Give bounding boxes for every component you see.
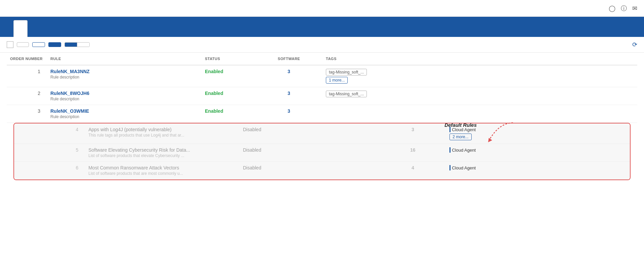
order-number: 3 (7, 105, 47, 123)
status-cell: Disabled (240, 144, 379, 162)
tags-cell: Cloud Agent (446, 144, 630, 162)
rule-name-cell: Most Common Ransomware Attack VectorsLis… (85, 162, 240, 179)
page-header (0, 17, 644, 37)
user-icon[interactable]: ◯ (609, 5, 615, 12)
rule-description: Rule description (50, 97, 79, 101)
software-count[interactable]: 3 (255, 87, 323, 105)
table-container: ORDER NUMBER RULE STATUS SOFTWARE TAGS 1… (0, 53, 644, 123)
software-count: 3 (379, 123, 446, 144)
table-row: 3RuleNK_O3WMIERule descriptionEnabled3 (7, 105, 637, 123)
software-count[interactable]: 3 (255, 65, 323, 87)
col-status: STATUS (202, 53, 255, 65)
reorder-button[interactable] (32, 42, 45, 47)
rule-description: This rule tags all products that use Log… (88, 133, 184, 138)
tags-cell: tag-Missing_soft_... (323, 87, 637, 105)
page-title (7, 17, 13, 37)
select-all-checkbox[interactable] (7, 41, 13, 48)
rule-description: List of software products that are most … (88, 171, 183, 176)
default-rules-section: Default Rules 4Apps with Log4J (potentia… (0, 123, 644, 180)
default-rules-box: 4Apps with Log4J (potentially vulnerable… (13, 123, 631, 180)
col-tags: TAGS (323, 53, 637, 65)
cloud-agent-label: Cloud Agent (452, 165, 476, 170)
order-number: 5 (14, 144, 85, 162)
order-number: 4 (14, 123, 85, 144)
rule-name-cell: RuleNK_O3WMIERule description (47, 105, 202, 123)
tag-more-button[interactable]: 2 more... (449, 134, 471, 140)
status-cell: Enabled (202, 87, 255, 105)
tags-cell: Cloud Agent (446, 162, 630, 179)
table-row: 1RuleNK_MA3NNZRule descriptionEnabled3ta… (7, 65, 637, 87)
order-number: 2 (7, 87, 47, 105)
tags-cell: Cloud Agent2 more... (446, 123, 630, 144)
rule-link[interactable]: Software Elevating Cybersecurity Risk fo… (88, 147, 236, 153)
rules-table: ORDER NUMBER RULE STATUS SOFTWARE TAGS 1… (7, 53, 637, 123)
software-count: 16 (379, 144, 446, 162)
cloud-agent-label: Cloud Agent (452, 148, 476, 153)
order-number: 6 (14, 162, 85, 179)
rule-description: Rule description (50, 114, 79, 119)
default-rules-table: 4Apps with Log4J (potentially vulnerable… (14, 123, 630, 179)
default-table-row: 4Apps with Log4J (potentially vulnerable… (14, 123, 630, 144)
software-rules-tab[interactable] (13, 20, 28, 37)
tags-cell: tag-Missing_soft_...1 more... (323, 65, 637, 87)
rule-link[interactable]: RuleNK_O3WMIE (50, 108, 198, 114)
nav-icons: ◯ ⓘ ✉ (609, 4, 637, 12)
toolbar: ⟳ (0, 37, 644, 53)
rule-link[interactable]: Most Common Ransomware Attack Vectors (88, 165, 236, 170)
table-row: 2RuleNK_8WOJH6Rule descriptionEnabled3ta… (7, 87, 637, 105)
tag-badge: tag-Missing_soft_... (326, 91, 367, 97)
rule-link[interactable]: Apps with Log4J (potentially vulnerable) (88, 127, 236, 132)
status-cell: Disabled (240, 123, 379, 144)
status-cell: Disabled (240, 162, 379, 179)
view-software-button[interactable] (77, 43, 89, 47)
tag-bar (449, 165, 450, 170)
cloud-agent-tag: Cloud Agent (449, 127, 627, 132)
view-toggle (65, 42, 90, 47)
software-count[interactable]: 3 (255, 105, 323, 123)
tag-bar (449, 127, 450, 132)
tags-cell (323, 105, 637, 123)
order-number: 1 (7, 65, 47, 87)
cloud-agent-tag: Cloud Agent (449, 165, 627, 170)
col-order: ORDER NUMBER (7, 53, 47, 65)
rule-link[interactable]: RuleNK_8WOJH6 (50, 91, 198, 96)
rule-name-cell: Apps with Log4J (potentially vulnerable)… (85, 123, 240, 144)
status-cell: Enabled (202, 65, 255, 87)
tag-more-button[interactable]: 1 more... (326, 77, 348, 84)
mail-icon[interactable]: ✉ (632, 5, 637, 12)
nav-links (22, 7, 609, 9)
view-rules-button[interactable] (65, 43, 77, 47)
rule-name-cell: Software Elevating Cybersecurity Risk fo… (85, 144, 240, 162)
actions-button[interactable] (17, 42, 29, 47)
rule-name-cell: RuleNK_8WOJH6Rule description (47, 87, 202, 105)
refresh-icon[interactable]: ⟳ (632, 41, 637, 48)
rule-description: List of software products that elevate C… (88, 153, 184, 158)
rule-name-cell: RuleNK_MA3NNZRule description (47, 65, 202, 87)
col-software: SOFTWARE (255, 53, 323, 65)
default-table-row: 6Most Common Ransomware Attack VectorsLi… (14, 162, 630, 179)
status-cell: Enabled (202, 105, 255, 123)
software-count: 4 (379, 162, 446, 179)
table-header-row: ORDER NUMBER RULE STATUS SOFTWARE TAGS (7, 53, 637, 65)
tag-badge: tag-Missing_soft_... (326, 69, 367, 75)
help-icon[interactable]: ⓘ (621, 4, 627, 12)
cloud-agent-label: Cloud Agent (452, 127, 476, 132)
top-nav: ◯ ⓘ ✉ (0, 0, 644, 17)
rule-link[interactable]: RuleNK_MA3NNZ (50, 69, 198, 74)
col-rule: RULE (47, 53, 202, 65)
cloud-agent-tag: Cloud Agent (449, 147, 627, 153)
tag-bar (449, 147, 450, 153)
rule-description: Rule description (50, 75, 79, 80)
create-rule-button[interactable] (48, 42, 61, 47)
default-table-row: 5Software Elevating Cybersecurity Risk f… (14, 144, 630, 162)
